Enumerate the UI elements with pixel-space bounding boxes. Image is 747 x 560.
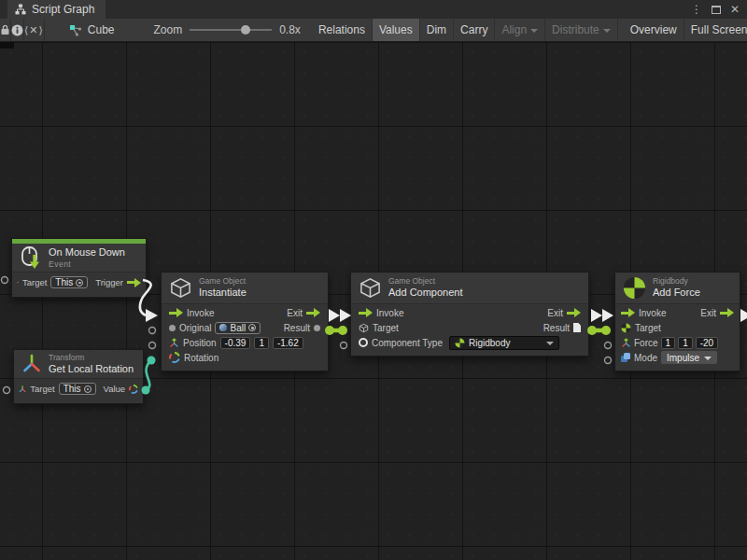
canvas-corner-notch: [0, 42, 14, 49]
port-label-position: Position: [183, 338, 217, 348]
node-title: Add Force: [653, 287, 700, 300]
info-button[interactable]: [11, 19, 24, 41]
rigidbody-icon: [455, 338, 465, 348]
node-subtitle: Event: [49, 259, 125, 270]
overview-button[interactable]: Overview: [624, 19, 684, 41]
node-header: Game Object Add Component: [351, 273, 588, 303]
node-header: Game Object Instantiate: [162, 273, 328, 303]
relations-button[interactable]: Relations: [312, 19, 373, 41]
node-header: Rigidbody Add Force: [615, 273, 740, 303]
script-graph-window: Script Graph ⋮ ✕ ⟨✕⟩: [0, 0, 747, 560]
code-toggle-icon: ⟨✕⟩: [24, 24, 44, 36]
force-y-field[interactable]: 1: [678, 337, 693, 349]
original-input-port[interactable]: [169, 325, 176, 331]
values-button[interactable]: Values: [373, 19, 420, 41]
force-x-field[interactable]: 1: [661, 337, 676, 349]
node-title: Get Local Rotation: [49, 363, 134, 376]
node-title: Instantiate: [199, 287, 247, 300]
dropdown-caret-icon: [603, 29, 611, 33]
result-output-port[interactable]: [573, 323, 581, 332]
rigidbody-icon: [623, 276, 646, 300]
node-add-component[interactable]: Game Object Add Component Invoke Exit Ta…: [350, 272, 589, 357]
node-on-mouse-down[interactable]: On Mouse Down Event Target This Trigger: [11, 238, 147, 298]
tab-title: Script Graph: [32, 3, 94, 16]
position-z-field[interactable]: -1.62: [273, 337, 303, 349]
port-label-component-type: Component Type: [372, 338, 443, 348]
object-picker-icon[interactable]: [84, 385, 92, 393]
port-label-mode: Mode: [634, 353, 657, 363]
port-label-value: Value: [104, 384, 126, 394]
script-graph-asset-icon: [69, 24, 82, 36]
value-inspector-toggle[interactable]: ⟨✕⟩: [24, 19, 45, 41]
node-get-local-rotation[interactable]: Transform Get Local Rotation Target This…: [13, 349, 144, 404]
force-vector-icon: [621, 338, 631, 348]
titlebar: Script Graph ⋮ ✕: [0, 0, 747, 19]
target-value-chip[interactable]: This: [50, 276, 88, 288]
maximize-icon[interactable]: [712, 6, 721, 14]
gameobject-icon: [359, 276, 382, 300]
port-label-target: Target: [30, 384, 54, 394]
gameobject-icon: [17, 277, 19, 287]
rotation-icon: [169, 352, 180, 363]
node-title: On Mouse Down: [49, 246, 125, 259]
mouse-down-icon: [20, 245, 42, 270]
original-value-chip[interactable]: Ball: [215, 322, 261, 334]
zoom-slider[interactable]: [190, 25, 272, 35]
node-header: On Mouse Down Event: [12, 244, 146, 272]
node-group: Game Object: [199, 276, 247, 287]
transform-icon: [21, 354, 42, 374]
object-picker-icon[interactable]: [248, 324, 256, 331]
gameobject-icon: [169, 276, 192, 300]
graph-tab-icon: [15, 4, 26, 15]
fullscreen-button[interactable]: Full Screen: [684, 19, 747, 41]
force-mode-dropdown[interactable]: Impulse: [661, 351, 717, 364]
port-label-target: Target: [22, 277, 47, 287]
dim-button[interactable]: Dim: [420, 19, 454, 41]
node-title: Add Component: [388, 287, 463, 300]
toolbar-toggles: Relations Values Dim Carry Align Distrib…: [312, 19, 747, 41]
invoke-input-port[interactable]: [359, 309, 373, 317]
zoom-control: Zoom 0.8x: [154, 19, 301, 41]
ball-object-icon: [219, 324, 227, 331]
trigger-output-port[interactable]: [127, 278, 141, 287]
position-icon: [169, 338, 179, 348]
graph-reference-button[interactable]: Cube: [56, 19, 128, 41]
port-label-force: Force: [634, 338, 658, 348]
menu-icon[interactable]: ⋮: [691, 3, 702, 16]
align-button[interactable]: Align: [495, 19, 545, 41]
component-type-dropdown[interactable]: Rigidbody: [449, 336, 559, 350]
tab-script-graph[interactable]: Script Graph: [7, 0, 106, 19]
port-label-result: Result: [543, 323, 570, 333]
position-y-field[interactable]: 1: [254, 337, 269, 349]
port-label-rotation: Rotation: [184, 353, 218, 363]
invoke-input-port[interactable]: [621, 309, 635, 317]
carry-button[interactable]: Carry: [454, 19, 495, 41]
exit-output-port[interactable]: [306, 309, 320, 317]
exit-output-port[interactable]: [720, 309, 734, 317]
exit-output-port[interactable]: [567, 309, 581, 317]
window-controls: ⋮ ✕: [691, 0, 747, 19]
component-type-input-port[interactable]: [359, 338, 368, 347]
distribute-button[interactable]: Distribute: [545, 19, 618, 41]
port-label-invoke: Invoke: [376, 308, 403, 318]
gameobject-icon: [359, 323, 369, 333]
lock-button[interactable]: [0, 19, 11, 41]
node-add-force[interactable]: Rigidbody Add Force Invoke Exit Target: [614, 272, 740, 371]
node-instantiate[interactable]: Game Object Instantiate Invoke Exit Orig…: [161, 272, 329, 371]
port-label-exit: Exit: [547, 308, 563, 318]
node-group: Transform: [49, 353, 134, 363]
rigidbody-icon: [621, 323, 631, 333]
toolbar: ⟨✕⟩ Cube Zoom 0.8x Relations Values Dim …: [0, 19, 747, 42]
transform-icon: [19, 385, 26, 394]
target-value-chip[interactable]: This: [59, 383, 96, 395]
position-x-field[interactable]: -0.39: [220, 337, 251, 349]
port-label-exit: Exit: [700, 308, 716, 318]
close-icon[interactable]: ✕: [730, 3, 740, 16]
force-z-field[interactable]: -20: [696, 337, 718, 349]
port-label-invoke: Invoke: [187, 308, 214, 318]
result-output-port[interactable]: [314, 325, 320, 331]
invoke-input-port[interactable]: [169, 309, 183, 317]
info-icon: [11, 24, 23, 36]
object-picker-icon[interactable]: [76, 279, 83, 287]
rotation-output-port[interactable]: [129, 384, 138, 395]
